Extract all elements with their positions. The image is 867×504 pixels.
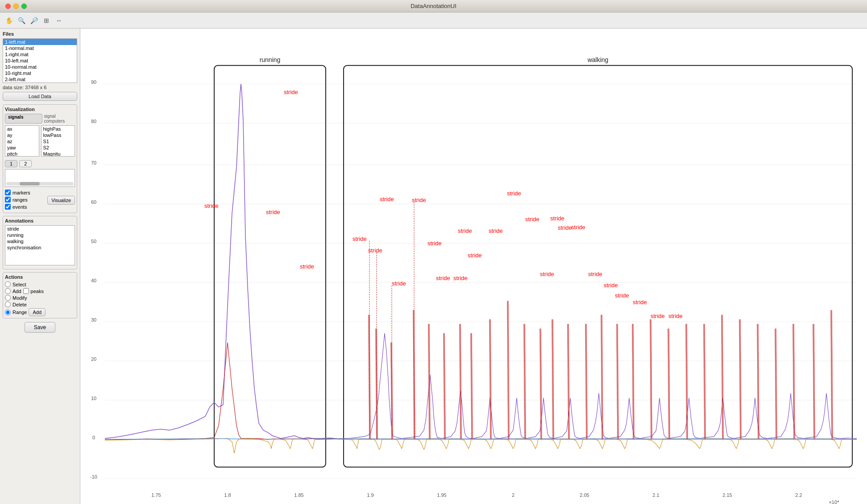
peaks-checkbox[interactable] [23,288,29,294]
stride-label-24: stride [615,292,629,299]
y-tick-90: 90 [91,79,96,85]
file-item[interactable]: 2-normal.mat [3,83,77,83]
stride-label-22: stride [588,271,602,277]
data-size: data size: 37468 x 6 [3,85,77,90]
toolbar: ✋ 🔍 🔎 ⊞ ↔ [0,12,867,29]
file-item[interactable]: 10-left.mat [3,58,77,64]
files-label: Files [3,31,77,37]
num-btn-2[interactable]: 2 [19,160,32,167]
select-radio-row: Select [5,281,75,287]
range-row: Range Add [5,308,75,316]
delete-radio-row: Delete [5,302,75,307]
stride-label-5: stride [353,235,367,242]
x-tick-175: 1.75 [151,492,161,498]
stride-label-15: stride [489,227,503,234]
annotations-section: Annotations stride running walking synch… [3,216,77,269]
window-title: DataAnnotationUI [411,3,456,9]
stride-label-18: stride [540,271,554,277]
add-radio[interactable] [5,288,11,294]
chart-area: 90 80 70 60 50 40 30 20 10 0 -10 1.75 [80,29,867,504]
stride-label-6: stride [368,247,382,254]
load-data-button[interactable]: Load Data [3,92,77,101]
stride-label-2: stride [266,209,280,215]
y-tick-30: 30 [91,317,96,322]
y-tick-0: 0 [92,435,95,440]
y-tick-40: 40 [91,278,96,283]
stride-label-13: stride [458,227,472,234]
file-item[interactable]: 10-normal.mat [3,64,77,70]
signals-tab[interactable]: signals [5,114,42,124]
file-item[interactable]: 2-left.mat [3,76,77,83]
annotation-list[interactable]: stride running walking synchronisation [5,225,75,265]
peaks-label: peaks [31,289,44,294]
comp-item-highpas[interactable]: highPas [41,126,75,132]
close-button[interactable] [5,4,11,9]
y-tick-70: 70 [91,160,96,165]
x-tick-185: 1.85 [294,492,303,498]
signal-item-az[interactable]: az [5,138,39,145]
y-tick-60: 60 [91,199,96,205]
stride-label-10: stride [427,240,442,247]
hand-tool[interactable]: ✋ [4,15,14,26]
modify-label: Modify [12,295,27,301]
x-tick-220: 2.2 [795,492,802,498]
file-list[interactable]: 1-left.mat 1-normal.mat 1-right.mat 10-l… [3,38,77,83]
select-radio[interactable] [5,281,11,287]
annotation-stride[interactable]: stride [5,226,75,232]
preview-thumb[interactable] [20,182,40,186]
file-item[interactable]: 1-normal.mat [3,45,77,51]
ranges-checkbox[interactable] [5,197,11,202]
number-buttons: 1 2 [5,160,75,167]
modify-radio[interactable] [5,295,11,301]
computer-list[interactable]: highPas lowPass S1 S2 Magnitu E [41,125,75,157]
zoom-in-tool[interactable]: 🔍 [16,15,27,26]
zoom-fit-tool[interactable]: ⊞ [41,15,52,26]
file-item[interactable]: 1-right.mat [3,51,77,58]
signal-item-ax[interactable]: ax [5,126,39,132]
range-radio[interactable] [5,310,11,315]
signal-list[interactable]: ax ay az yaw pitch roll [5,125,39,157]
pan-tool[interactable]: ↔ [54,15,64,26]
comp-item-s1[interactable]: S1 [41,138,75,145]
stride-label-8: stride [392,280,406,287]
comp-item-lowpass[interactable]: lowPass [41,132,75,138]
events-checkbox[interactable] [5,204,11,210]
signal-item-ay[interactable]: ay [5,132,39,138]
markers-checkbox[interactable] [5,190,11,195]
num-btn-1[interactable]: 1 [5,160,17,167]
file-item[interactable]: 10-right.mat [3,70,77,76]
annotations-label: Annotations [5,218,75,223]
preview-scrollbar[interactable] [6,182,74,186]
preview-box [5,169,75,187]
stride-label-21: stride [571,224,585,231]
stride-label-14: stride [468,252,482,259]
delete-radio[interactable] [5,302,11,307]
visualization-label: Visualization [5,107,75,112]
x-tick-205: 2.05 [580,492,589,498]
stride-label-1: stride [204,202,219,209]
stride-label-25: stride [633,299,647,306]
signal-item-pitch[interactable]: pitch [5,151,39,157]
x-tick-210: 2.1 [652,492,659,498]
main-chart: 90 80 70 60 50 40 30 20 10 0 -10 1.75 [80,29,867,504]
visualize-button[interactable]: Visualize [47,196,75,205]
y-tick-50: 50 [91,239,96,244]
select-label: Select [12,282,26,287]
annotation-synchronisation[interactable]: synchronisation [5,244,75,251]
file-item[interactable]: 1-left.mat [3,39,77,45]
y-tick-neg10: -10 [90,474,97,479]
zoom-out-tool[interactable]: 🔎 [29,15,39,26]
signal-computers-tab[interactable]: signalcomputers [44,114,75,124]
maximize-button[interactable] [21,4,27,9]
comp-item-s2[interactable]: S2 [41,145,75,151]
comp-item-magnitu[interactable]: Magnitu [41,151,75,157]
signal-item-yaw[interactable]: yaw [5,145,39,151]
annotation-running[interactable]: running [5,232,75,238]
annotation-walking[interactable]: walking [5,238,75,244]
stride-label-7: stride [380,196,394,202]
save-button[interactable]: Save [25,322,55,333]
range-add-button[interactable]: Add [29,308,46,316]
minimize-button[interactable] [13,4,19,9]
markers-label: markers [12,190,30,195]
x-tick-190: 1.9 [367,492,373,498]
